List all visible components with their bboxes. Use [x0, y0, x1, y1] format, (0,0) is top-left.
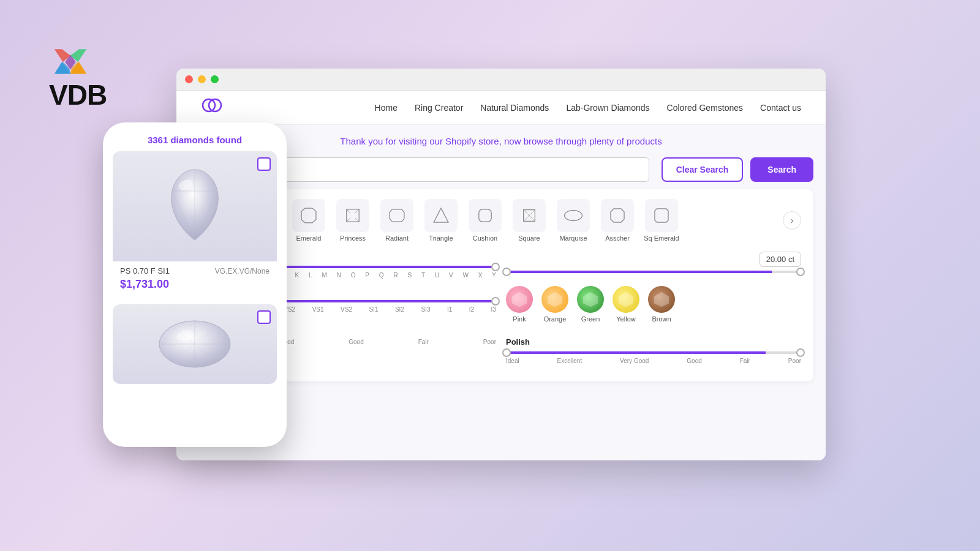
filter-two-col-clarity-fancy: Clarity FLIFVVS1VVS2VS1VS2SI1SI2SI3I1I2I… [201, 286, 801, 330]
polish-label: Polish [506, 337, 801, 347]
card-1-checkbox[interactable] [257, 157, 271, 171]
diamond-card-2[interactable] [113, 304, 277, 384]
cushion-icon [475, 205, 496, 226]
card-2-checkbox[interactable] [257, 310, 271, 324]
svg-line-8 [355, 209, 359, 213]
diamond-image-2 [113, 304, 277, 384]
shape-cushion[interactable]: Cushion [466, 199, 505, 242]
vdb-logo-icon [49, 43, 92, 80]
fancy-pink[interactable]: Pink [506, 286, 533, 323]
search-buttons: Clear Search Search [662, 157, 813, 182]
nav-home[interactable]: Home [375, 103, 398, 113]
maximize-button[interactable] [211, 75, 219, 83]
card-1-details: PS 0.70 F SI1 VG.EX.VG/None $1,731.00 [113, 261, 277, 297]
svg-marker-18 [611, 209, 624, 222]
clear-search-button[interactable]: Clear Search [662, 157, 744, 182]
shape-sq-emerald[interactable]: Sq Emerald [642, 199, 681, 242]
shapes-row: Oval Pear [201, 199, 801, 242]
mobile-device: 3361 diamonds found [103, 122, 287, 447]
svg-marker-5 [301, 208, 316, 223]
carat-filter: 20.00 ct [506, 252, 801, 279]
shape-triangle[interactable]: Triangle [421, 199, 461, 242]
nav-bar: Home Ring Creator Natural Diamonds Lab-G… [176, 91, 826, 125]
vdb-text: VDB [49, 81, 107, 109]
close-button[interactable] [185, 75, 193, 83]
svg-rect-13 [479, 209, 491, 222]
shape-princess[interactable]: Princess [333, 199, 372, 242]
radiant-icon [386, 205, 407, 226]
card-1-spec: PS 0.70 F SI1 [120, 266, 170, 276]
svg-line-10 [355, 218, 359, 222]
search-button[interactable]: Search [750, 157, 813, 182]
fancy-orange[interactable]: Orange [541, 286, 568, 323]
svg-marker-19 [655, 209, 668, 222]
svg-line-7 [347, 209, 350, 213]
pear-diamond-image [155, 163, 235, 249]
emerald-icon [298, 205, 319, 226]
shape-emerald[interactable]: Emerald [289, 199, 328, 242]
site-logo[interactable] [201, 94, 223, 121]
nav-lab-grown[interactable]: Lab-Grown Diamonds [566, 103, 649, 113]
shape-radiant[interactable]: Radiant [377, 199, 417, 242]
svg-marker-11 [390, 209, 404, 222]
mobile-header: 3361 diamonds found [103, 122, 287, 151]
polish-filter: lentVery GoodGoodFairPoor Polish IdealEx… [201, 337, 801, 364]
svg-marker-22 [583, 292, 598, 307]
triangle-icon [431, 205, 451, 226]
fancy-colors-filter: Pink Orange Green [506, 286, 801, 330]
marquise-icon [563, 205, 584, 226]
vdb-logo: VDB [49, 43, 107, 109]
nav-natural-diamonds[interactable]: Natural Diamonds [480, 103, 549, 113]
svg-marker-23 [619, 292, 633, 307]
svg-marker-20 [512, 292, 527, 307]
nav-ring-creator[interactable]: Ring Creator [415, 103, 463, 113]
oval-diamond-image [152, 313, 238, 375]
carat-value: 20.00 ct [760, 252, 801, 267]
shapes-next-button[interactable]: › [783, 211, 801, 230]
svg-point-17 [565, 211, 582, 221]
card-1-grade: VG.EX.VG/None [215, 267, 270, 276]
card-1-info-row: PS 0.70 F SI1 VG.EX.VG/None [120, 266, 270, 276]
sq-emerald-icon [651, 205, 672, 226]
diamond-card-1[interactable]: PS 0.70 F SI1 VG.EX.VG/None $1,731.00 [113, 151, 277, 297]
svg-marker-21 [548, 292, 562, 307]
svg-marker-12 [434, 208, 448, 222]
svg-marker-24 [654, 292, 669, 307]
mobile-found-text: 3361 diamonds found [115, 135, 274, 145]
nav-colored-gemstones[interactable]: Colored Gemstones [667, 103, 744, 113]
fancy-brown[interactable]: Brown [648, 286, 675, 323]
fancy-colors-row: Pink Orange Green [506, 286, 801, 323]
shape-marquise[interactable]: Marquise [554, 199, 593, 242]
fancy-yellow[interactable]: Yellow [612, 286, 639, 323]
browser-titlebar [176, 69, 826, 91]
polish-scale: IdealExcellentVery GoodGoodFairPoor [506, 358, 801, 364]
nav-links: Home Ring Creator Natural Diamonds Lab-G… [375, 103, 801, 113]
shape-square[interactable]: Square [510, 199, 549, 242]
asscher-icon [607, 205, 628, 226]
fancy-green[interactable]: Green [577, 286, 604, 323]
svg-line-9 [347, 218, 350, 222]
filter-two-col-color-carat: Color DEFGHIJKLMNOPQRSTUVWXY 20.0 [201, 252, 801, 279]
square-icon [519, 205, 540, 226]
princess-icon [342, 205, 363, 226]
card-1-price: $1,731.00 [120, 278, 270, 291]
nav-contact[interactable]: Contact us [760, 103, 801, 113]
minimize-button[interactable] [198, 75, 206, 83]
diamond-image-1 [113, 151, 277, 261]
shape-asscher[interactable]: Asscher [598, 199, 637, 242]
